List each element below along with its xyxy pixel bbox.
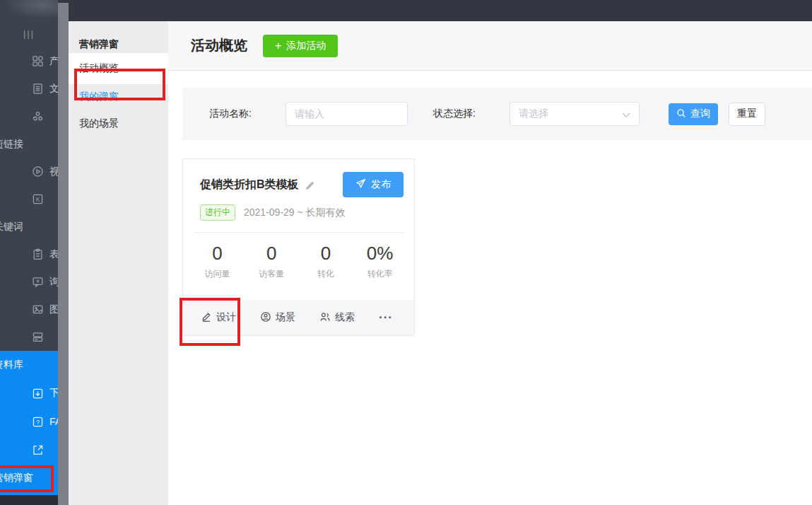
page-title: 活动概览 xyxy=(191,36,247,55)
pencil-icon xyxy=(201,311,212,325)
video-icon xyxy=(32,166,44,178)
sidebar-divider-strip xyxy=(58,0,69,505)
form-icon xyxy=(32,248,44,260)
stat-value: 0 xyxy=(299,243,353,265)
album-icon xyxy=(32,303,44,315)
sidebar-item-activity-overview[interactable]: 活动概览 xyxy=(69,53,168,84)
stat-conversion-rate: 0% 转化率 xyxy=(353,243,407,280)
content-area: 活动名称: 状态选择: 请选择 xyxy=(168,71,812,505)
expand-icon xyxy=(32,444,44,456)
sidebar-item-label: 视频 xyxy=(49,166,58,178)
leads-action-label: 线索 xyxy=(335,311,355,324)
status-select-placeholder: 请选择 xyxy=(519,108,548,120)
secondary-sidebar: 营销弹窗 活动概览 我的弹窗 我的场景 xyxy=(69,21,168,505)
search-button[interactable]: 查询 xyxy=(669,103,718,125)
sidebar-item-inquiries[interactable]: ¥ 询盘 xyxy=(0,268,58,296)
main-area: 活动概览 + 添加活动 活动名称: 状态选择: 请选择 xyxy=(168,21,812,505)
sidebar-item-expand[interactable] xyxy=(0,436,58,464)
question-icon: ? xyxy=(32,416,44,428)
sidebar-item-label: 文章 xyxy=(49,83,58,95)
article-icon xyxy=(32,83,44,95)
search-icon xyxy=(676,108,686,120)
sidebar-item-short-links[interactable]: 短链接 xyxy=(0,130,58,158)
stat-visits: 0 访问量 xyxy=(190,243,245,280)
primary-sidebar: ||| 产品 文章 xyxy=(0,0,58,505)
stat-visitors: 0 访客量 xyxy=(245,243,299,280)
cards-icon xyxy=(32,331,44,343)
sidebar-item-label: 资料库 xyxy=(0,359,23,371)
campaign-card: 促销类折扣B类模板 发布 xyxy=(182,158,415,336)
logo-area xyxy=(0,0,58,20)
sidebar-item-atom[interactable] xyxy=(0,103,58,130)
add-activity-label: 添加活动 xyxy=(286,40,326,52)
inquiry-icon: ¥ xyxy=(32,276,44,288)
stat-label: 访问量 xyxy=(190,268,245,280)
sidebar-item-cards[interactable] xyxy=(0,323,58,351)
svg-text:¥: ¥ xyxy=(36,278,40,284)
menu-item-label: 活动概览 xyxy=(79,62,119,75)
campaign-title: 促销类折扣B类模板 xyxy=(200,178,299,192)
sidebar-item-keywords[interactable]: 关键词 xyxy=(0,213,58,240)
sidebar-item-label: 图册 xyxy=(49,303,58,316)
sidebar-item-forms[interactable]: 表单 xyxy=(0,240,58,268)
sidebar-item-products[interactable]: 产品 xyxy=(0,47,58,75)
sidebar-item-label: 产品 xyxy=(49,55,58,68)
publish-button[interactable]: 发布 xyxy=(343,172,404,197)
sidebar-library-section: 资料库 下载 ? FAQ xyxy=(0,351,58,495)
more-actions-button[interactable]: ··· xyxy=(379,310,393,325)
sidebar-item-label: FAQ xyxy=(49,416,58,427)
sidebar-collapse-button[interactable]: ||| xyxy=(0,20,58,47)
publish-button-label: 发布 xyxy=(371,178,391,191)
sidebar-item-my-popups[interactable]: 我的弹窗 xyxy=(69,84,168,110)
sidebar-item-videos[interactable]: 视频 xyxy=(0,158,58,185)
date-range: 2021-09-29 ~ 长期有效 xyxy=(244,207,346,219)
sidebar-item-keywords-tool[interactable]: K xyxy=(0,185,58,213)
leads-action[interactable]: 线索 xyxy=(319,311,355,325)
reset-button[interactable]: 重置 xyxy=(729,103,765,126)
svg-text:K: K xyxy=(36,196,40,203)
card-title-row: 促销类折扣B类模板 发布 xyxy=(200,172,404,197)
sidebar-item-label: 下载 xyxy=(49,387,58,400)
card-head: 促销类折扣B类模板 发布 xyxy=(183,159,414,221)
sidebar-item-my-scenes[interactable]: 我的场景 xyxy=(69,110,168,138)
activity-name-label: 活动名称: xyxy=(209,108,269,120)
scene-icon xyxy=(260,311,271,325)
svg-text:?: ? xyxy=(36,418,40,425)
activity-name-input[interactable] xyxy=(286,102,408,126)
chevron-down-icon xyxy=(622,108,630,120)
collapse-icon: ||| xyxy=(23,28,35,39)
sidebar-item-label: 短链接 xyxy=(0,138,23,151)
sidebar-item-label: 表单 xyxy=(49,248,58,261)
sidebar-item-articles[interactable]: 文章 xyxy=(0,75,58,103)
stats-row: 0 访问量 0 访客量 0 转化 0% 转化率 xyxy=(183,233,414,280)
search-button-label: 查询 xyxy=(690,108,710,120)
stat-value: 0 xyxy=(190,243,245,265)
send-icon xyxy=(355,178,366,191)
stat-label: 转化率 xyxy=(353,268,407,280)
menu-item-label: 我的场景 xyxy=(79,117,119,130)
sidebar-bottom-spacer xyxy=(0,495,58,505)
sidebar-item-marketing-popup[interactable]: 营销弹窗 xyxy=(0,464,58,492)
k-square-icon: K xyxy=(32,193,44,205)
card-action-bar: 设计 场景 xyxy=(183,300,414,335)
add-activity-button[interactable]: + 添加活动 xyxy=(263,35,338,57)
sidebar-item-label: 询盘 xyxy=(49,276,58,289)
sidebar-item-albums[interactable]: 图册 xyxy=(0,296,58,323)
status-select-label: 状态选择: xyxy=(433,108,493,120)
edit-title-icon[interactable] xyxy=(305,179,317,191)
design-action[interactable]: 设计 xyxy=(201,311,236,325)
page: ||| 产品 文章 xyxy=(0,0,812,505)
plus-icon: + xyxy=(275,40,281,52)
secondary-sidebar-title: 营销弹窗 xyxy=(69,21,168,53)
stat-conversions: 0 转化 xyxy=(299,243,353,280)
users-icon xyxy=(319,311,331,325)
atom-icon xyxy=(32,110,44,122)
sidebar-item-library[interactable]: 资料库 xyxy=(0,351,58,379)
status-select[interactable]: 请选择 xyxy=(510,102,640,126)
stat-value: 0% xyxy=(353,243,407,265)
top-bar xyxy=(69,0,812,21)
scene-action[interactable]: 场景 xyxy=(260,311,295,325)
sidebar-item-downloads[interactable]: 下载 xyxy=(0,379,58,407)
sidebar-item-faq[interactable]: ? FAQ xyxy=(0,407,58,436)
sidebar-item-label: 关键词 xyxy=(0,221,23,233)
